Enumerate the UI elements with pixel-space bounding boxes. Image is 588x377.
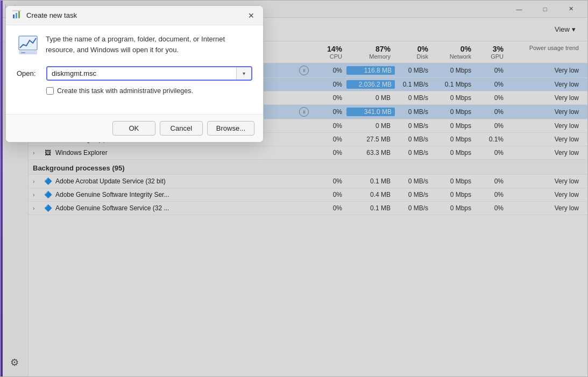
ok-button[interactable]: OK (112, 121, 155, 136)
admin-checkbox-row: Create this task with administrative pri… (46, 87, 252, 95)
dialog-title-area: Create new task (12, 10, 77, 21)
dialog-title: Create new task (26, 11, 77, 19)
open-input-row: Open: ▾ (17, 66, 252, 81)
modal-overlay: Create new task ✕ Type the name of a pro… (0, 0, 588, 377)
dialog-close-button[interactable]: ✕ (244, 8, 259, 23)
svg-rect-1 (16, 13, 17, 18)
dialog-description-text: Type the name of a program, folder, docu… (46, 34, 252, 55)
open-input[interactable] (47, 67, 236, 80)
dialog-desc-icon (17, 34, 39, 56)
svg-rect-2 (18, 11, 20, 18)
dialog-titlebar: Create new task ✕ (6, 6, 263, 25)
cancel-button[interactable]: Cancel (160, 121, 203, 136)
dialog-app-icon (12, 10, 22, 21)
browse-button[interactable]: Browse... (207, 121, 254, 136)
open-label: Open: (17, 69, 41, 77)
svg-rect-6 (21, 52, 25, 53)
admin-checkbox[interactable] (46, 87, 54, 95)
open-input-wrapper: ▾ (46, 66, 252, 81)
create-task-dialog: Create new task ✕ Type the name of a pro… (5, 5, 264, 143)
svg-rect-0 (13, 15, 15, 18)
open-dropdown-button[interactable]: ▾ (236, 67, 251, 80)
svg-rect-3 (12, 10, 21, 11)
dialog-body: Type the name of a program, folder, docu… (6, 25, 263, 114)
dialog-footer: OK Cancel Browse... (6, 114, 263, 142)
dialog-description-area: Type the name of a program, folder, docu… (17, 34, 252, 56)
admin-label: Create this task with administrative pri… (57, 87, 193, 95)
